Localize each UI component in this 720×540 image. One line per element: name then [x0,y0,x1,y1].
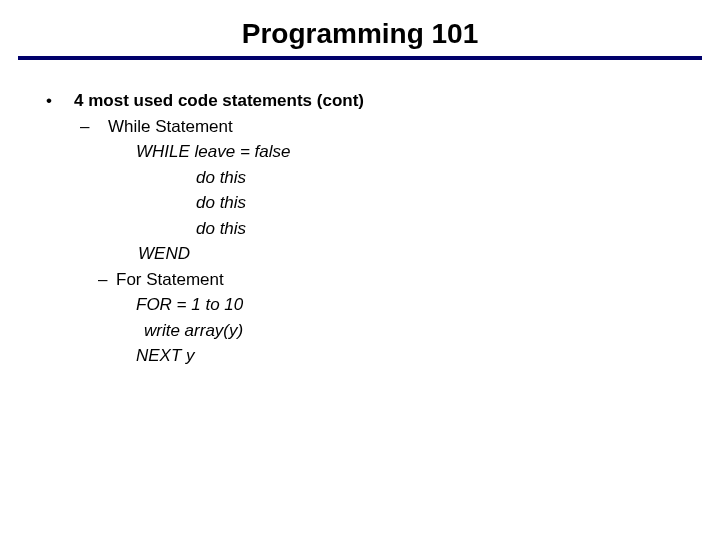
for-label: For Statement [116,267,224,293]
code-line: NEXT y [46,343,702,369]
sub-item-while: – While Statement [46,114,702,140]
dash-mark: – [74,114,108,140]
slide-body: • 4 most used code statements (cont) – W… [18,88,702,369]
sub-item-for: – For Statement [46,267,702,293]
slide-title: Programming 101 [18,18,702,56]
code-line: WEND [46,241,702,267]
code-line: write array(y) [46,318,702,344]
bullet-item: • 4 most used code statements (cont) [46,88,702,114]
code-line: FOR = 1 to 10 [46,292,702,318]
dash-mark: – [92,267,116,293]
bullet-text: 4 most used code statements (cont) [74,88,364,114]
code-line: do this [46,165,702,191]
code-line: do this [46,190,702,216]
code-line: WHILE leave = false [46,139,702,165]
title-rule [18,56,702,60]
slide: Programming 101 • 4 most used code state… [0,0,720,540]
bullet-mark: • [46,88,74,114]
while-label: While Statement [108,114,233,140]
code-line: do this [46,216,702,242]
